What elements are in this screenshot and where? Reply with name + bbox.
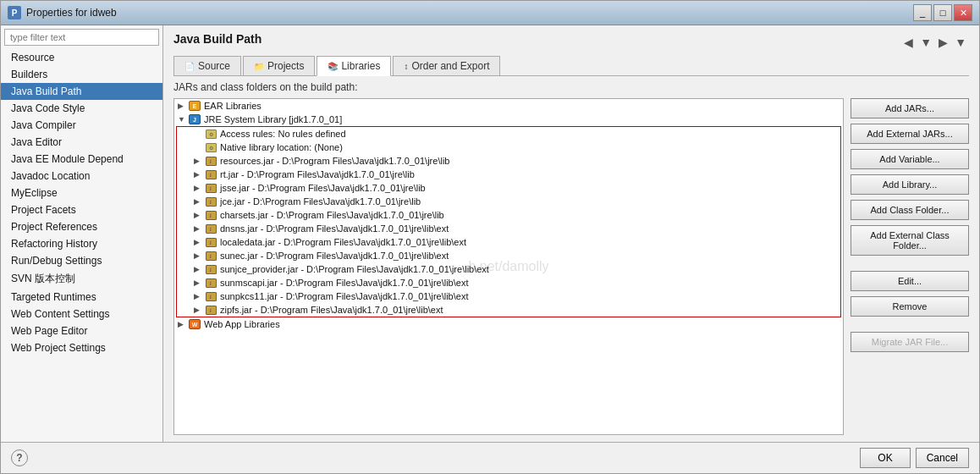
tree-arrow[interactable]: ▶ — [194, 157, 204, 165]
tab-icon: 📄 — [184, 62, 195, 71]
tree-item[interactable]: ⚙Access rules: No rules defined — [177, 127, 840, 141]
sidebar-item[interactable]: Run/Debug Settings — [1, 252, 162, 269]
tree-item-label: sunec.jar - D:\Program Files\Java\jdk1.7… — [220, 251, 449, 261]
sidebar-item[interactable]: Project Facets — [1, 201, 162, 218]
bottom-bar: ? OK Cancel — [1, 442, 979, 473]
tree-item[interactable]: ▶jzipfs.jar - D:\Program Files\Java\jdk1… — [177, 303, 840, 317]
tree-item[interactable]: ▶jjsse.jar - D:\Program Files\Java\jdk1.… — [177, 181, 840, 195]
back-arrow[interactable]: ◀ — [901, 36, 916, 49]
tree-item-icon: ⚙ — [204, 141, 217, 153]
tree-arrow[interactable]: ▶ — [194, 251, 204, 260]
window-icon: P — [8, 6, 21, 19]
minimize-button[interactable]: _ — [913, 4, 932, 21]
sidebar-item[interactable]: Java Build Path — [1, 83, 162, 100]
close-button[interactable]: ✕ — [954, 4, 972, 21]
tree-item-icon: j — [204, 223, 217, 234]
sidebar-item[interactable]: Java Code Style — [1, 100, 162, 117]
sidebar-item[interactable]: Project References — [1, 218, 162, 235]
sidebar-item[interactable]: Java Compiler — [1, 117, 162, 134]
tree-item[interactable]: ▶jcharsets.jar - D:\Program Files\Java\j… — [177, 208, 840, 222]
action-button-add-jars-[interactable]: Add JARs... — [851, 98, 969, 118]
tree-item[interactable]: ▼JJRE System Library [jdk1.7.0_01] — [174, 113, 843, 126]
tree-item[interactable]: ▶jdnsns.jar - D:\Program Files\Java\jdk1… — [177, 222, 840, 235]
tree-arrow[interactable]: ▶ — [194, 238, 204, 246]
sidebar-item[interactable]: Web Content Settings — [1, 306, 162, 322]
tree-item[interactable]: ▶jresources.jar - D:\Program Files\Java\… — [177, 154, 840, 168]
tree-arrow[interactable]: ▶ — [194, 197, 204, 206]
ok-button[interactable]: OK — [860, 448, 910, 468]
dropdown-arrow[interactable]: ▼ — [917, 36, 934, 49]
tree-item-icon: j — [204, 182, 217, 194]
tab-order-and-export[interactable]: ↕Order and Export — [393, 56, 500, 75]
sidebar-item[interactable]: Resource — [1, 49, 162, 66]
tree-item[interactable]: ▶jsunpkcs11.jar - D:\Program Files\Java\… — [177, 289, 840, 303]
tree-item-icon: j — [204, 277, 217, 289]
tree-item-label: EAR Libraries — [204, 101, 262, 111]
tree-item-label: charsets.jar - D:\Program Files\Java\jdk… — [220, 210, 444, 220]
tree-arrow[interactable]: ▶ — [178, 102, 188, 110]
tree-item[interactable]: ▶jrt.jar - D:\Program Files\Java\jdk1.7.… — [177, 168, 840, 181]
tree-arrow[interactable]: ▶ — [194, 278, 204, 287]
forward-dropdown[interactable]: ▼ — [952, 36, 969, 49]
tree-item[interactable]: ⚙Native library location: (None) — [177, 141, 840, 154]
tree-item-label: JRE System Library [jdk1.7.0_01] — [204, 114, 342, 124]
tree-panel[interactable]: h.net/damolly ▶EEAR Libraries▼JJRE Syste… — [173, 98, 844, 435]
tree-arrow[interactable]: ▶ — [194, 306, 204, 314]
action-button-remove[interactable]: Remove — [851, 296, 969, 317]
sidebar-item[interactable]: Builders — [1, 66, 162, 83]
tree-item-icon: j — [204, 168, 217, 180]
tree-item[interactable]: ▶jsunmscapi.jar - D:\Program Files\Java\… — [177, 276, 840, 289]
sidebar: ResourceBuildersJava Build PathJava Code… — [1, 25, 163, 442]
tree-container: h.net/damolly ▶EEAR Libraries▼JJRE Syste… — [173, 98, 969, 435]
tree-arrow[interactable]: ▶ — [194, 211, 204, 219]
tab-libraries[interactable]: 📚Libraries — [317, 56, 391, 76]
tab-projects[interactable]: 📁Projects — [243, 56, 315, 75]
action-button-add-class-folder-[interactable]: Add Class Folder... — [851, 200, 969, 220]
tree-item[interactable]: ▶jjce.jar - D:\Program Files\Java\jdk1.7… — [177, 195, 840, 208]
tree-item-label: Access rules: No rules defined — [220, 129, 346, 139]
tree-item[interactable]: ▶jlocaledata.jar - D:\Program Files\Java… — [177, 235, 840, 249]
sidebar-item[interactable]: Java Editor — [1, 134, 162, 151]
tab-icon: 📚 — [328, 62, 338, 71]
tree-item[interactable]: ▶EEAR Libraries — [174, 99, 843, 113]
action-button-add-variable-[interactable]: Add Variable... — [851, 149, 969, 169]
main-panel: Java Build Path ◀ ▼ ▶ ▼ 📄Source📁Projects… — [163, 25, 979, 442]
sidebar-item[interactable]: MyEclipse — [1, 185, 162, 201]
sidebar-item[interactable]: Javadoc Location — [1, 168, 162, 185]
tree-arrow[interactable]: ▶ — [178, 320, 188, 328]
tree-item-label: sunpkcs11.jar - D:\Program Files\Java\jd… — [220, 291, 468, 301]
tree-arrow[interactable]: ▶ — [194, 170, 204, 179]
tab-source[interactable]: 📄Source — [173, 56, 241, 75]
action-button-add-external-jars-[interactable]: Add External JARs... — [851, 124, 969, 144]
sidebar-item[interactable]: Web Page Editor — [1, 322, 162, 339]
sidebar-item[interactable]: Targeted Runtimes — [1, 289, 162, 306]
tab-label: Order and Export — [411, 60, 489, 72]
tree-item-icon: E — [188, 100, 201, 112]
bottom-right: OK Cancel — [860, 448, 969, 468]
tree-arrow[interactable]: ▶ — [194, 292, 204, 300]
action-button-edit-[interactable]: Edit... — [851, 271, 969, 291]
tree-arrow[interactable]: ▶ — [194, 265, 204, 273]
tree-item-label: dnsns.jar - D:\Program Files\Java\jdk1.7… — [220, 223, 449, 234]
maximize-button[interactable]: □ — [933, 4, 952, 21]
tree-item-icon: j — [204, 263, 217, 275]
tree-arrow[interactable]: ▶ — [194, 224, 204, 233]
tree-item-label: localedata.jar - D:\Program Files\Java\j… — [220, 237, 466, 247]
sidebar-item[interactable]: SVN 版本控制 — [1, 269, 162, 289]
sidebar-item[interactable]: Web Project Settings — [1, 339, 162, 356]
action-button-add-external-class-folder-[interactable]: Add External Class Folder... — [851, 225, 969, 256]
tree-item-label: sunjce_provider.jar - D:\Program Files\J… — [220, 264, 489, 274]
sidebar-item[interactable]: Refactoring History — [1, 235, 162, 252]
action-button-add-library-[interactable]: Add Library... — [851, 174, 969, 195]
tree-item-icon: j — [204, 209, 217, 221]
tree-arrow[interactable]: ▶ — [194, 184, 204, 192]
sidebar-item[interactable]: Java EE Module Depend — [1, 151, 162, 168]
tree-item[interactable]: ▶WWeb App Libraries — [174, 317, 843, 331]
tree-item[interactable]: ▶jsunjce_provider.jar - D:\Program Files… — [177, 262, 840, 276]
tree-arrow[interactable]: ▼ — [178, 115, 188, 124]
forward-arrow[interactable]: ▶ — [936, 36, 950, 49]
tree-item[interactable]: ▶jsunec.jar - D:\Program Files\Java\jdk1… — [177, 249, 840, 262]
filter-input[interactable] — [4, 29, 159, 46]
cancel-button[interactable]: Cancel — [916, 448, 969, 468]
help-button[interactable]: ? — [11, 449, 28, 466]
